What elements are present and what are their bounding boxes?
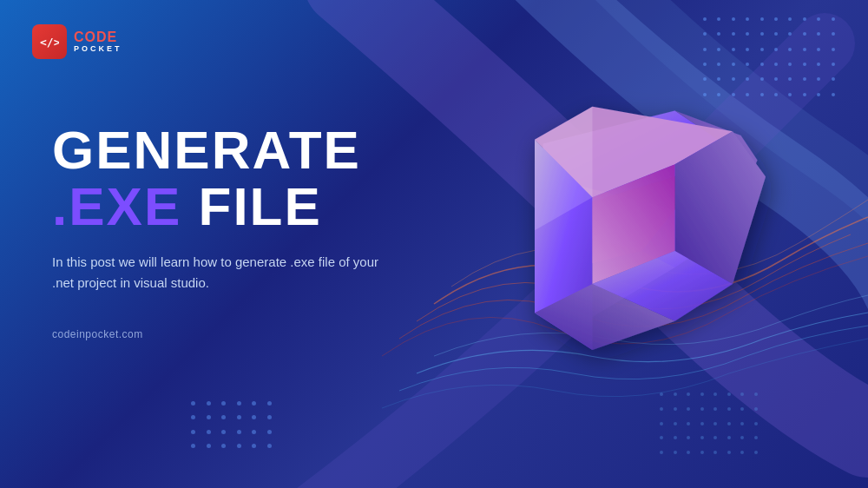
- background: (function(){ var container = document.qu…: [0, 0, 868, 488]
- headline-line2: .EXE FILE: [52, 178, 451, 234]
- logo-text: CODE POCKET: [74, 30, 122, 53]
- headline-line1: GENERATE: [52, 122, 451, 178]
- headline-accent: .EXE: [52, 176, 181, 236]
- svg-text:</>: </>: [40, 36, 59, 49]
- dots-bottom-right: (function(){ var container = document.qu…: [660, 392, 764, 462]
- logo-code-word: CODE: [74, 30, 117, 44]
- vs-logo: [469, 69, 799, 399]
- description-text: In this post we will learn how to genera…: [52, 252, 399, 293]
- headline: GENERATE .EXE FILE: [52, 122, 451, 234]
- logo-code: CODE: [74, 30, 122, 45]
- dots-bottom-center: (function(){ var container = document.qu…: [191, 401, 278, 453]
- logo-icon: </>: [32, 24, 67, 59]
- website-url: codeinpocket.com: [52, 328, 451, 340]
- headline-rest: FILE: [181, 176, 322, 236]
- logo-container: </> CODE POCKET: [32, 24, 122, 59]
- logo-in-pocket: POCKET: [74, 45, 122, 54]
- main-content: GENERATE .EXE FILE In this post we will …: [52, 122, 451, 340]
